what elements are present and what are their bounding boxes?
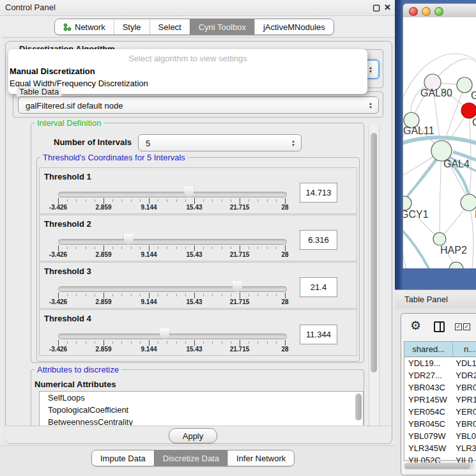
- number-of-intervals-spinner[interactable]: 5 ▲▼: [138, 134, 302, 151]
- apply-button[interactable]: Apply: [169, 428, 217, 443]
- attribute-item[interactable]: BetweennessCentrality: [40, 416, 363, 426]
- table-cell: YBL0: [453, 430, 476, 442]
- slider-tick-labels: -3.4262.8599.14415.4321.71528: [58, 346, 286, 353]
- tab-select[interactable]: Select: [150, 19, 190, 35]
- threshold-2-box: Threshold 2-3.4262.8599.14415.4321.71528…: [39, 215, 357, 261]
- threshold-1-slider-track[interactable]: [58, 192, 287, 197]
- table-data-combobox[interactable]: galFiltered.sif default node ▲▼: [18, 96, 379, 114]
- tab-impute-data[interactable]: Impute Data: [92, 450, 154, 466]
- close-icon[interactable]: ✕: [384, 3, 391, 12]
- tab-style[interactable]: Style: [114, 19, 150, 35]
- threshold-1-value-field[interactable]: 14.713: [300, 183, 337, 203]
- table-column-header[interactable]: shared...: [404, 342, 453, 357]
- network-node-gcy1[interactable]: [403, 196, 411, 210]
- table-row[interactable]: YDL19...YDL1: [404, 357, 476, 369]
- tab-label: Style: [123, 22, 141, 32]
- threshold-3-label: Threshold 3: [44, 266, 91, 276]
- table-row[interactable]: YBR043CYBR0: [404, 381, 476, 394]
- app-root: Control Panel ▢ ✕ NetworkStyleSelectCyni…: [0, 0, 476, 476]
- tab-network[interactable]: Network: [55, 19, 114, 35]
- network-node-label: GAL80: [420, 88, 452, 98]
- table-column-header[interactable]: n...: [453, 342, 476, 357]
- threshold-2-label: Threshold 2: [44, 219, 91, 229]
- network-node-label: C: [472, 117, 476, 128]
- network-node-ga[interactable]: [457, 77, 472, 93]
- panel-scrollbar-thumb[interactable]: [371, 133, 377, 372]
- threshold-4-label: Threshold 4: [44, 314, 91, 323]
- close-traffic-light[interactable]: [409, 7, 418, 16]
- table-body: shared...n... YDL19...YDL1YDR27...YDR2YB…: [404, 341, 476, 461]
- column-layout-icon[interactable]: [434, 321, 445, 332]
- table-row[interactable]: YLR345WYLR3: [404, 442, 476, 454]
- table-cell: YBR0: [453, 418, 476, 430]
- checkbox-icon[interactable]: ✓: [463, 323, 470, 330]
- thresholds-group-label: Threshold's Coordinates for 5 Intervals: [40, 153, 188, 162]
- combo-arrows-icon: ▲▼: [369, 66, 372, 73]
- table-panel-titlebar: Table Panel: [395, 289, 476, 309]
- table-data-value: galFiltered.sif default node: [26, 100, 123, 110]
- table-cell: YDL1: [453, 357, 476, 369]
- bottom-tab-group: Impute DataDiscretize DataInfer Network: [91, 450, 295, 466]
- table-data-label: Table Data: [17, 87, 61, 96]
- table-cell: YER0: [453, 406, 476, 418]
- threshold-3-box: Threshold 3-3.4262.8599.14415.4321.71528…: [39, 262, 357, 309]
- tab-label: Infer Network: [236, 454, 286, 463]
- attribute-item[interactable]: TopologicalCoefficient: [40, 404, 363, 416]
- control-panel-titlebar: Control Panel ▢ ✕: [0, 0, 395, 16]
- network-node-label: GAL11: [403, 125, 434, 136]
- threshold-3-value-field[interactable]: 21.4: [300, 277, 337, 297]
- network-node-h[interactable]: [461, 194, 476, 211]
- gear-icon[interactable]: ⚙: [410, 319, 421, 332]
- table-row[interactable]: YER054CYER0: [404, 406, 476, 418]
- network-node-label: GA: [471, 90, 476, 101]
- attributes-group-label: Attributes to discretize: [35, 365, 121, 374]
- numerical-attributes-list[interactable]: SelfLoopsTopologicalCoefficientBetweenne…: [39, 391, 364, 426]
- float-window-icon[interactable]: ▢: [372, 3, 380, 12]
- popup-option-manual[interactable]: Manual Discretization: [10, 66, 95, 76]
- table-row[interactable]: YBR045CYBR0: [404, 418, 476, 430]
- interval-definition-label: Interval Definition: [35, 118, 104, 128]
- network-edge[interactable]: [469, 203, 473, 268]
- threshold-2-value-field[interactable]: 6.316: [300, 230, 337, 250]
- table-hscrollbar-thumb[interactable]: [404, 463, 470, 469]
- tab-discretize-data[interactable]: Discretize Data: [154, 450, 227, 466]
- panel-scrollbar-track[interactable]: [369, 125, 380, 442]
- threshold-4-box: Threshold 4-3.4262.8599.14415.4321.71528…: [39, 309, 357, 356]
- threshold-3-slider-track[interactable]: [58, 286, 287, 292]
- attribute-item[interactable]: SelfLoops: [40, 392, 363, 404]
- table-row[interactable]: YBL079WYBL0: [404, 430, 476, 442]
- tab-label: Network: [75, 22, 105, 32]
- network-icon: [63, 23, 72, 31]
- checkbox-icon[interactable]: ✓: [455, 323, 462, 330]
- network-node-label: HAP2: [440, 245, 467, 256]
- table-hscrollbar-track[interactable]: [404, 463, 474, 470]
- network-node-c[interactable]: [461, 103, 476, 118]
- minimize-traffic-light[interactable]: [422, 7, 431, 16]
- bottom-bar: Impute DataDiscretize DataInfer Network: [0, 445, 395, 476]
- threshold-2-slider-track[interactable]: [58, 239, 287, 245]
- threshold-1-box: Threshold 1-3.4262.8599.14415.4321.71528…: [39, 167, 357, 214]
- tab-infer-network[interactable]: Infer Network: [227, 450, 294, 466]
- network-edge-thick[interactable]: [403, 228, 429, 268]
- numerical-attributes-heading: Numerical Attributes: [35, 380, 116, 389]
- zoom-traffic-light[interactable]: [434, 7, 443, 16]
- table-cell: YBR045C: [404, 418, 453, 430]
- network-canvas[interactable]: GAL80GACGAL11GAL4GCY1HHAP2: [403, 17, 476, 268]
- slider-tick-labels: -3.4262.8599.14415.4321.71528: [58, 251, 286, 259]
- network-edge[interactable]: [440, 151, 441, 239]
- node-table: ⚙ ✓ ✓ shared...n... YDL19...YDL1YDR27...…: [401, 313, 476, 475]
- network-window-titlebar[interactable]: [403, 3, 476, 19]
- threshold-4-slider-track[interactable]: [58, 334, 287, 339]
- threshold-4-value-field[interactable]: 11.344: [300, 325, 337, 344]
- network-window: GAL80GACGAL11GAL4GCY1HHAP2: [403, 3, 476, 268]
- algorithm-hint: Select algorithm to view settings: [8, 54, 367, 63]
- network-node[interactable]: [449, 262, 463, 268]
- table-row[interactable]: YPR145WYPR1: [404, 394, 476, 406]
- tab-jactivemnodules[interactable]: jActiveMNodules: [254, 19, 334, 35]
- table-header-row: shared...n...: [404, 342, 476, 357]
- table-row[interactable]: YDR27...YDR2: [404, 369, 476, 381]
- tab-cyni-toolbox[interactable]: Cyni Toolbox: [190, 19, 254, 35]
- threshold-1-label: Threshold 1: [44, 172, 91, 181]
- attributes-scrollbar-thumb[interactable]: [355, 394, 362, 420]
- network-node-hap2[interactable]: [433, 233, 446, 245]
